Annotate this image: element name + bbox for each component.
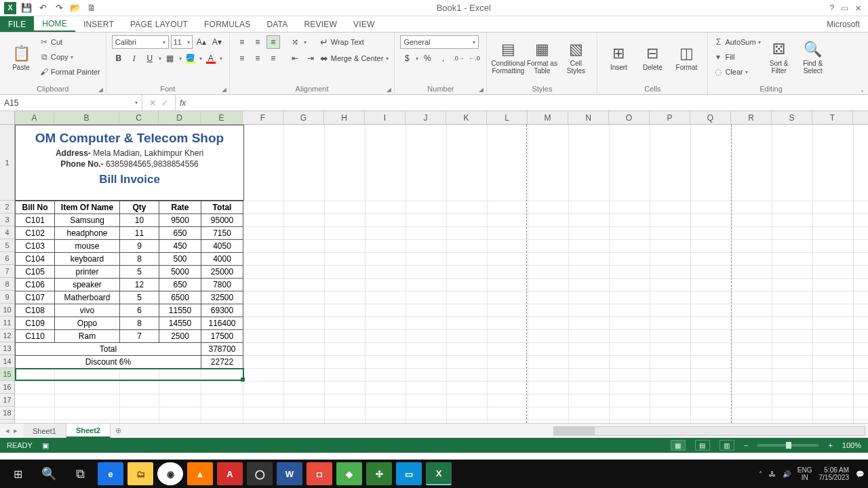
close-icon[interactable]: × (855, 2, 861, 14)
clear-button[interactable]: ◌Clear▾ (713, 65, 760, 79)
row-header[interactable]: 11 (0, 317, 14, 329)
collapse-ribbon-icon[interactable]: ˬ (861, 84, 864, 92)
row-header[interactable]: 9 (0, 291, 14, 304)
fx-icon[interactable]: fx (176, 95, 190, 110)
autosum-button[interactable]: ΣAutoSum▾ (713, 35, 760, 49)
delete-cells-button[interactable]: ⊟Delete (637, 35, 668, 80)
col-header[interactable]: O (609, 111, 650, 124)
tab-insert[interactable]: INSERT (75, 16, 122, 32)
taskbar-vlc-icon[interactable]: ▲ (187, 462, 213, 485)
help-icon[interactable]: ? (830, 3, 835, 13)
taskbar-excel-icon[interactable]: X (426, 462, 452, 485)
col-header[interactable]: J (406, 111, 446, 124)
font-name-combo[interactable]: Calibri▾ (112, 35, 169, 49)
view-normal-icon[interactable]: ▦ (671, 440, 686, 451)
col-header[interactable]: T (812, 111, 853, 124)
formula-input[interactable] (190, 95, 868, 110)
row-header[interactable]: 8 (0, 278, 14, 291)
tab-view[interactable]: VIEW (345, 16, 382, 32)
cond-format-button[interactable]: ▤Conditional Formatting (492, 35, 524, 80)
enter-formula-icon[interactable]: ✓ (161, 98, 168, 108)
col-header[interactable]: P (650, 111, 690, 124)
row-header[interactable]: 10 (0, 304, 14, 317)
column-headers[interactable]: ABCDEFGHIJKLMNOPQRST (15, 111, 868, 125)
start-button[interactable]: ⊞ (4, 462, 31, 485)
taskbar-pdf-icon[interactable]: A (217, 462, 243, 485)
col-header[interactable]: D (159, 111, 201, 124)
tab-page-layout[interactable]: PAGE LAYOUT (122, 16, 196, 32)
currency-icon[interactable]: $ (400, 52, 414, 65)
new-sheet-button[interactable]: ⊕ (111, 424, 127, 438)
alignment-launcher-icon[interactable]: ◢ (387, 86, 391, 93)
col-header[interactable]: N (568, 111, 609, 124)
horizontal-scrollbar[interactable] (553, 426, 865, 436)
shrink-font-icon[interactable]: A▾ (210, 35, 224, 49)
comma-icon[interactable]: , (436, 52, 450, 65)
cell-styles-button[interactable]: ▧Cell Styles (560, 35, 591, 80)
col-header[interactable]: R (731, 111, 772, 124)
tab-review[interactable]: REVIEW (296, 16, 345, 32)
italic-button[interactable]: I (127, 52, 141, 65)
tab-data[interactable]: DATA (258, 16, 296, 32)
row-header[interactable]: 17 (0, 394, 14, 407)
qat-redo-icon[interactable]: ↷ (53, 2, 65, 14)
task-view-button[interactable]: ⧉ (66, 462, 94, 485)
col-header[interactable]: S (772, 111, 812, 124)
number-launcher-icon[interactable]: ◢ (479, 86, 484, 93)
account-label[interactable]: Microsoft (818, 16, 868, 32)
align-left-icon[interactable]: ≡ (235, 52, 249, 65)
qat-new-icon[interactable]: 🗎 (85, 2, 98, 14)
format-table-button[interactable]: ▦Format as Table (526, 35, 557, 80)
col-header[interactable]: I (365, 111, 406, 124)
bold-button[interactable]: B (112, 52, 125, 65)
tab-home[interactable]: HOME (34, 16, 75, 32)
format-painter-button[interactable]: 🖌Format Painter (39, 65, 100, 79)
format-cells-button[interactable]: ◫Format (671, 35, 702, 80)
col-header[interactable]: K (446, 111, 487, 124)
fill-button[interactable]: ▾Fill (713, 50, 760, 64)
orientation-icon[interactable]: ⤮ (288, 35, 302, 49)
inc-decimal-icon[interactable]: .0→ (452, 52, 465, 65)
row-headers[interactable]: 123456789101112131415161718 (0, 125, 15, 423)
name-box[interactable]: A15▾ (0, 95, 142, 110)
borders-button[interactable]: ▦ (163, 52, 177, 65)
row-header[interactable]: 14 (0, 355, 14, 368)
row-header[interactable]: 7 (0, 265, 14, 278)
tab-formulas[interactable]: FORMULAS (196, 16, 258, 32)
zoom-out-icon[interactable]: − (744, 441, 748, 449)
taskbar-chrome-icon[interactable]: ◉ (157, 462, 183, 485)
font-color-button[interactable]: A (204, 52, 218, 65)
qat-undo-icon[interactable]: ↶ (37, 2, 49, 14)
view-page-layout-icon[interactable]: ▤ (695, 440, 710, 451)
col-header[interactable]: G (283, 111, 324, 124)
align-top-icon[interactable]: ≡ (235, 35, 249, 49)
sheet-tab-sheet2[interactable]: Sheet2 (66, 424, 111, 438)
row-header[interactable]: 1 (0, 125, 14, 201)
row-header[interactable]: 2 (0, 201, 14, 214)
row-header[interactable]: 18 (0, 407, 14, 420)
align-middle-icon[interactable]: ≡ (251, 35, 264, 49)
cut-button[interactable]: ✂Cut (39, 35, 100, 49)
dec-decimal-icon[interactable]: ←.0 (467, 52, 481, 65)
taskbar-app-icon[interactable]: ✣ (366, 462, 392, 485)
ribbon-options-icon[interactable]: ▭ (841, 3, 848, 13)
align-right-icon[interactable]: ≡ (267, 52, 280, 65)
cancel-formula-icon[interactable]: ✕ (149, 98, 156, 108)
sheet-tab-sheet1[interactable]: Sheet1 (23, 424, 66, 438)
outdent-icon[interactable]: ⇤ (288, 52, 302, 65)
sheet-nav-prev-icon[interactable]: ◂ (5, 426, 9, 435)
qat-open-icon[interactable]: 📂 (69, 2, 81, 14)
view-page-break-icon[interactable]: ▥ (719, 440, 734, 451)
taskbar-app-icon[interactable]: ▭ (396, 462, 422, 485)
wrap-text-button[interactable]: ↵Wrap Text (320, 35, 389, 49)
select-all-corner[interactable] (0, 111, 15, 125)
taskbar-edge-icon[interactable]: e (98, 462, 123, 485)
col-header[interactable]: F (243, 111, 283, 124)
row-header[interactable]: 13 (0, 342, 14, 355)
worksheet-grid[interactable]: ABCDEFGHIJKLMNOPQRST 1234567891011121314… (0, 111, 868, 423)
row-header[interactable]: 4 (0, 226, 14, 239)
font-launcher-icon[interactable]: ◢ (222, 86, 226, 93)
grow-font-icon[interactable]: A▴ (195, 35, 208, 49)
row-header[interactable]: 15 (0, 368, 14, 381)
find-select-button[interactable]: 🔍Find & Select (797, 35, 829, 80)
